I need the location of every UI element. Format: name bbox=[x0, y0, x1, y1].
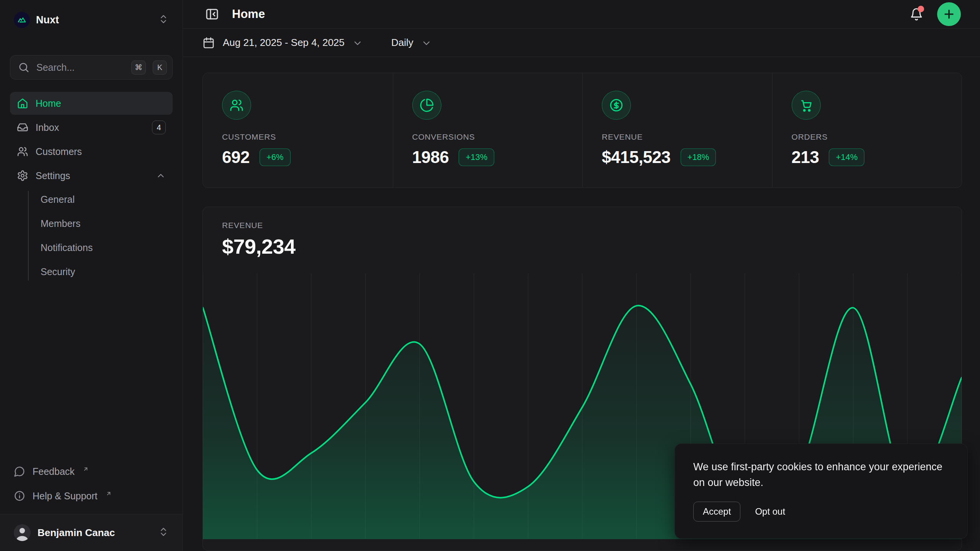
external-link-icon bbox=[106, 488, 112, 499]
help-support-link[interactable]: Help & Support bbox=[10, 486, 173, 505]
sidebar-spacer bbox=[0, 284, 183, 462]
sidebar-nav: Home Inbox 4 bbox=[10, 92, 173, 187]
sidebar-item-settings[interactable]: Settings bbox=[10, 164, 173, 187]
revenue-label: REVENUE bbox=[222, 221, 942, 230]
stat-delta-badge: +18% bbox=[681, 148, 716, 166]
chevrons-up-down-icon bbox=[158, 527, 169, 539]
chevron-up-icon bbox=[156, 171, 166, 181]
avatar bbox=[14, 524, 31, 541]
granularity-label: Daily bbox=[391, 37, 413, 49]
stat-value: 1986 bbox=[412, 148, 449, 167]
accept-button[interactable]: Accept bbox=[693, 502, 740, 522]
pie-chart-icon bbox=[412, 91, 441, 120]
sidebar-item-members[interactable]: Members bbox=[41, 212, 173, 235]
chat-bubble-icon bbox=[14, 466, 25, 477]
stat-delta-badge: +6% bbox=[260, 148, 291, 166]
chevron-down-icon bbox=[352, 38, 363, 49]
kbd-cmd: ⌘ bbox=[131, 60, 146, 75]
panel-left-close-icon[interactable] bbox=[202, 4, 222, 24]
date-range-label: Aug 21, 2025 - Sep 4, 2025 bbox=[223, 37, 345, 49]
feedback-label: Feedback bbox=[33, 466, 75, 477]
sidebar-item-label: Home bbox=[36, 98, 166, 109]
search-input[interactable]: Search... ⌘ K bbox=[10, 55, 173, 80]
add-button[interactable] bbox=[937, 2, 961, 26]
chevrons-up-down-icon bbox=[158, 14, 169, 26]
stat-card-conversions: CONVERSIONS 1986 +13% bbox=[393, 73, 583, 187]
stat-label: REVENUE bbox=[602, 132, 753, 142]
date-range-picker[interactable]: Aug 21, 2025 - Sep 4, 2025 bbox=[202, 36, 363, 49]
stat-card-revenue: REVENUE $415,523 +18% bbox=[582, 73, 772, 187]
search-placeholder: Search... bbox=[36, 62, 124, 73]
sidebar-item-customers[interactable]: Customers bbox=[10, 140, 173, 163]
cookie-message: We use first-party cookies to enhance yo… bbox=[693, 459, 949, 490]
opt-out-button[interactable]: Opt out bbox=[755, 506, 785, 517]
sidebar-item-label: Settings bbox=[36, 170, 149, 181]
revenue-header: REVENUE $79,234 bbox=[203, 207, 962, 258]
users-icon bbox=[17, 146, 28, 157]
sidebar-item-label: Customers bbox=[36, 146, 166, 157]
nuxt-logo-icon bbox=[14, 12, 30, 28]
feedback-link[interactable]: Feedback bbox=[10, 462, 173, 481]
sidebar-footer-links: Feedback Help & Support bbox=[10, 462, 173, 505]
shopping-cart-icon bbox=[792, 91, 821, 120]
settings-subnav: General Members Notifications Security bbox=[0, 188, 173, 284]
kbd-k: K bbox=[153, 60, 167, 75]
sidebar-user-section: Benjamin Canac bbox=[0, 514, 183, 551]
inbox-icon bbox=[17, 122, 28, 133]
granularity-select[interactable]: Daily bbox=[391, 37, 432, 49]
info-circle-icon bbox=[14, 490, 25, 502]
external-link-icon bbox=[83, 463, 89, 474]
sidebar: Nuxt Search... ⌘ K bbox=[0, 0, 183, 551]
org-switcher[interactable]: Nuxt bbox=[10, 9, 173, 31]
cookie-banner: We use first-party cookies to enhance yo… bbox=[675, 443, 968, 539]
stat-delta-badge: +14% bbox=[829, 148, 864, 166]
toolbar: Aug 21, 2025 - Sep 4, 2025 Daily bbox=[183, 29, 980, 57]
help-support-label: Help & Support bbox=[33, 491, 98, 502]
stats-row: CUSTOMERS 692 +6% CONVERSIONS bbox=[203, 73, 962, 188]
notifications-button[interactable] bbox=[906, 3, 927, 25]
home-icon bbox=[17, 98, 28, 109]
dollar-circle-icon bbox=[602, 91, 631, 120]
stat-card-orders: ORDERS 213 +14% bbox=[772, 73, 962, 187]
stat-delta-badge: +13% bbox=[459, 148, 494, 166]
stat-label: CUSTOMERS bbox=[222, 132, 374, 142]
search-icon bbox=[18, 62, 29, 73]
stat-value: 692 bbox=[222, 148, 250, 167]
stat-value: $415,523 bbox=[602, 148, 671, 167]
calendar-icon bbox=[202, 36, 215, 49]
revenue-total: $79,234 bbox=[222, 235, 942, 258]
sidebar-item-label: Inbox bbox=[36, 122, 145, 133]
sidebar-item-general[interactable]: General bbox=[41, 188, 173, 211]
user-name: Benjamin Canac bbox=[38, 527, 151, 539]
user-menu[interactable]: Benjamin Canac bbox=[10, 520, 173, 545]
users-icon bbox=[222, 91, 251, 120]
sidebar-item-inbox[interactable]: Inbox 4 bbox=[10, 116, 173, 139]
stat-label: CONVERSIONS bbox=[412, 132, 564, 142]
stat-label: ORDERS bbox=[792, 132, 943, 142]
sidebar-item-home[interactable]: Home bbox=[10, 92, 173, 115]
stat-value: 213 bbox=[792, 148, 819, 167]
chevron-down-icon bbox=[421, 38, 432, 49]
org-name: Nuxt bbox=[36, 14, 152, 26]
page-header: Home bbox=[183, 0, 980, 29]
stat-card-customers: CUSTOMERS 692 +6% bbox=[203, 73, 393, 187]
sidebar-item-notifications[interactable]: Notifications bbox=[41, 236, 173, 259]
cookie-actions: Accept Opt out bbox=[693, 502, 949, 522]
gear-icon bbox=[17, 170, 28, 181]
inbox-count-badge: 4 bbox=[152, 121, 166, 134]
page-title: Home bbox=[232, 7, 896, 21]
sidebar-item-security[interactable]: Security bbox=[41, 260, 173, 284]
